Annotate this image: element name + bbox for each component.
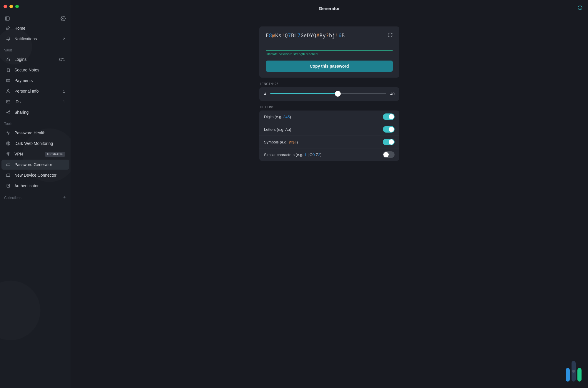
- option-label: Symbols (e.g. @$#): [264, 140, 298, 144]
- settings-icon[interactable]: [60, 15, 66, 22]
- option-row: Digits (e.g. 345): [259, 111, 399, 123]
- sidebar-item-count: 2: [63, 37, 65, 41]
- sidebar-item-personal-info[interactable]: Personal Info 1: [1, 86, 69, 96]
- sidebar-item-label: Personal Info: [14, 89, 59, 93]
- sidebar-item-count: 1: [63, 100, 65, 104]
- svg-point-14: [8, 143, 9, 144]
- sidebar-item-label: VPN: [14, 152, 41, 156]
- traffic-close[interactable]: [4, 5, 7, 8]
- traffic-zoom[interactable]: [15, 5, 19, 8]
- sidebar-item-vpn[interactable]: VPN UPGRADE: [1, 149, 69, 159]
- history-icon[interactable]: [577, 5, 583, 11]
- sidebar-item-authenticator[interactable]: Authenticator: [1, 181, 69, 191]
- sidebar-item-label: New Device Connector: [14, 173, 65, 178]
- strength-label: Ultimate password strength reached!: [266, 52, 393, 56]
- sidebar-item-password-health[interactable]: Password Health: [1, 128, 69, 138]
- id-icon: [6, 99, 11, 104]
- svg-rect-3: [7, 59, 9, 61]
- option-toggle[interactable]: [383, 113, 395, 120]
- sidebar-item-notifications[interactable]: Notifications 2: [1, 34, 69, 44]
- sidebar-section-vault: Vault: [0, 44, 71, 54]
- support-bar-2: [572, 361, 576, 382]
- sidebar-item-label: Notifications: [14, 36, 59, 41]
- support-bar-1: [566, 368, 570, 382]
- main-header: Generator: [71, 0, 588, 16]
- card-icon: [6, 78, 11, 83]
- option-toggle[interactable]: [383, 139, 395, 145]
- length-max: 40: [390, 92, 395, 96]
- svg-point-2: [63, 18, 64, 19]
- upgrade-badge[interactable]: UPGRADE: [45, 152, 65, 157]
- option-row: Letters (e.g. Aa): [259, 123, 399, 136]
- sidebar-item-count: 1: [63, 89, 65, 93]
- home-icon: [6, 26, 11, 31]
- option-toggle[interactable]: [383, 126, 395, 133]
- sidebar-section-tools: Tools: [0, 118, 71, 128]
- bell-icon: [6, 36, 11, 41]
- sidebar-item-label: Password Generator: [14, 162, 65, 167]
- option-label: Letters (e.g. Aa): [264, 127, 291, 132]
- regenerate-icon[interactable]: [387, 32, 393, 39]
- sidebar-item-label: Payments: [14, 78, 65, 83]
- sidebar-item-logins[interactable]: Logins 371: [1, 54, 69, 64]
- length-min: 4: [264, 92, 266, 96]
- lock-icon: [6, 57, 11, 62]
- svg-rect-0: [5, 17, 9, 20]
- page-title: Generator: [319, 6, 340, 11]
- svg-rect-4: [6, 79, 10, 82]
- generator-icon: [6, 162, 11, 167]
- user-icon: [6, 88, 11, 94]
- sidebar-item-password-generator[interactable]: Password Generator: [1, 160, 69, 170]
- collapse-sidebar-icon[interactable]: [4, 15, 11, 22]
- copy-password-button[interactable]: Copy this password: [266, 61, 393, 72]
- main-area: Generator E8@Ks!Q7BL7GeDYQ#Ry?bj!6B: [71, 0, 588, 388]
- svg-rect-17: [7, 174, 10, 176]
- laptop-icon: [6, 173, 11, 178]
- sidebar-item-label: IDs: [14, 99, 59, 104]
- svg-point-8: [7, 101, 8, 102]
- option-toggle[interactable]: [383, 151, 395, 158]
- svg-point-12: [6, 142, 10, 145]
- sidebar-item-ids[interactable]: IDs 1: [1, 97, 69, 107]
- sidebar: Home Notifications 2 Vault Logins 371 Se…: [0, 0, 71, 388]
- length-slider-thumb[interactable]: [335, 91, 341, 97]
- wifi-icon: [6, 151, 11, 157]
- svg-point-13: [7, 143, 9, 145]
- radar-icon: [6, 141, 11, 146]
- sidebar-item-secure-notes[interactable]: Secure Notes: [1, 65, 69, 75]
- sidebar-item-label: Home: [14, 26, 65, 31]
- strength-meter: [266, 50, 393, 51]
- svg-point-6: [7, 90, 9, 91]
- support-widget[interactable]: [566, 361, 582, 382]
- sidebar-item-label: Sharing: [14, 110, 65, 115]
- window-traffic-lights: [0, 0, 71, 13]
- share-icon: [6, 110, 11, 115]
- sidebar-item-label: Password Health: [14, 131, 65, 135]
- generated-password[interactable]: E8@Ks!Q7BL7GeDYQ#Ry?bj!6B: [266, 33, 345, 39]
- sidebar-item-label: Secure Notes: [14, 68, 65, 72]
- support-bar-3: [577, 368, 582, 382]
- sidebar-item-count: 371: [59, 57, 65, 62]
- add-collection-icon[interactable]: [62, 195, 66, 200]
- sidebar-item-label: Logins: [14, 57, 55, 62]
- traffic-minimize[interactable]: [9, 5, 13, 8]
- length-card: 4 40: [259, 87, 399, 101]
- svg-rect-16: [6, 164, 10, 166]
- note-icon: [6, 67, 11, 73]
- option-label: Similar characters (e.g. 1I| O0 Z2): [264, 153, 322, 157]
- options-section-label: OPTIONS: [260, 106, 399, 109]
- options-card: Digits (e.g. 345)Letters (e.g. Aa)Symbol…: [259, 111, 399, 161]
- sidebar-item-device-connector[interactable]: New Device Connector: [1, 170, 69, 180]
- option-row: Similar characters (e.g. 1I| O0 Z2): [259, 148, 399, 161]
- sidebar-item-dark-web[interactable]: Dark Web Monitoring: [1, 138, 69, 148]
- password-card: E8@Ks!Q7BL7GeDYQ#Ry?bj!6B Ultimate passw…: [259, 26, 399, 78]
- sidebar-item-home[interactable]: Home: [1, 23, 69, 33]
- length-section-label: LENGTH: 25: [260, 82, 399, 86]
- authenticator-icon: [6, 183, 11, 188]
- activity-icon: [6, 130, 11, 136]
- length-slider[interactable]: [270, 91, 386, 97]
- sidebar-item-sharing[interactable]: Sharing: [1, 107, 69, 117]
- option-label: Digits (e.g. 345): [264, 115, 291, 119]
- sidebar-section-collections: Collections: [4, 196, 21, 200]
- sidebar-item-payments[interactable]: Payments: [1, 76, 69, 86]
